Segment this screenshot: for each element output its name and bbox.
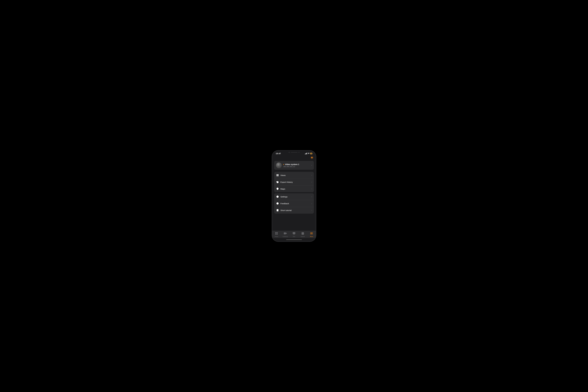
menu-item-export-history[interactable]: Export History ›	[274, 178, 314, 186]
tab-events-icon	[301, 232, 304, 236]
notch-dot	[298, 152, 300, 153]
signal-bars-icon	[305, 152, 307, 154]
svg-rect-9	[276, 174, 277, 175]
menu-item-views[interactable]: Views ›	[274, 172, 314, 178]
svg-rect-10	[278, 174, 278, 175]
views-chevron-icon: ›	[312, 174, 312, 176]
tab-more-icon	[310, 232, 313, 236]
tab-cameras-label: Cameras	[283, 236, 288, 237]
svg-rect-21	[276, 234, 278, 234]
views-label: Views	[280, 174, 312, 176]
menu-item-short-tutorial[interactable]: Short tutorial ›	[274, 207, 314, 214]
tab-views[interactable]: Views	[272, 232, 281, 237]
svg-rect-24	[293, 232, 295, 234]
app-content: ▶ Video system 1 192.168.100.112 ›	[272, 155, 316, 242]
menu-section-1: Views › Export History ›	[274, 172, 314, 192]
phone-notch	[286, 150, 302, 154]
system-card[interactable]: ▶ Video system 1 192.168.100.112 ›	[274, 161, 314, 170]
app-header	[272, 155, 316, 161]
battery-badge: 38	[310, 153, 312, 154]
svg-rect-19	[276, 232, 278, 233]
tab-views-icon	[275, 232, 278, 236]
export-history-chevron-icon: ›	[312, 181, 312, 183]
grid-icon	[276, 174, 279, 177]
signal-bar-4	[307, 152, 307, 154]
feedback-label: Feedback	[280, 202, 312, 204]
home-indicator	[272, 238, 316, 242]
avatar	[276, 162, 282, 168]
short-tutorial-label: Short tutorial	[280, 209, 312, 212]
tab-events-label: Events	[301, 236, 305, 237]
status-time: 15:47	[276, 152, 281, 154]
notch-camera	[288, 152, 290, 153]
system-name-row: ▶ Video system 1	[283, 163, 312, 166]
notch-speaker	[291, 152, 298, 153]
maps-chevron-icon: ›	[312, 188, 312, 190]
phone-body: 15:47 38	[272, 150, 316, 242]
svg-rect-20	[275, 234, 276, 234]
menu-item-settings[interactable]: Settings ›	[274, 193, 314, 200]
svg-rect-18	[275, 232, 276, 233]
system-name: Video system 1	[285, 163, 299, 166]
svg-marker-22	[286, 233, 286, 234]
svg-rect-23	[284, 232, 286, 234]
settings-chevron-icon: ›	[312, 196, 312, 198]
menu-item-maps[interactable]: Maps ›	[274, 186, 314, 192]
signal-bar-1	[305, 154, 305, 154]
home-bar	[286, 240, 302, 240]
avatar-image	[276, 162, 282, 168]
tab-eva-icon	[292, 232, 296, 236]
tab-views-label: Views	[275, 236, 278, 237]
tab-events[interactable]: Events	[298, 232, 307, 237]
gear-icon	[276, 195, 279, 198]
short-tutorial-chevron-icon: ›	[312, 209, 312, 211]
tab-eva-label: Eva	[293, 236, 295, 237]
signal-bar-3	[306, 153, 306, 154]
sun-icon[interactable]	[310, 156, 313, 160]
tab-eva[interactable]: Eva	[290, 232, 298, 237]
maps-label: Maps	[280, 188, 312, 190]
tab-more-label: More	[310, 236, 313, 237]
svg-point-13	[277, 188, 278, 189]
menu-item-feedback[interactable]: Feedback ›	[274, 200, 314, 207]
tab-bar: Views Cameras	[272, 231, 316, 238]
book-icon	[276, 209, 279, 212]
system-info: ▶ Video system 1 192.168.100.112	[283, 163, 312, 168]
play-icon: ▶	[283, 164, 284, 165]
menu-section-2: Settings › Feedback	[274, 193, 314, 214]
svg-point-0	[311, 157, 312, 158]
svg-rect-12	[278, 176, 278, 176]
phone-device: 15:47 38	[272, 150, 316, 242]
tab-cameras[interactable]: Cameras	[281, 232, 290, 237]
status-icons: 38	[305, 152, 312, 154]
phone-screen: 15:47 38	[272, 150, 316, 242]
tab-more[interactable]: More	[307, 232, 316, 237]
info-circle-icon	[276, 202, 279, 205]
history-icon	[276, 180, 279, 184]
settings-label: Settings	[280, 196, 312, 198]
system-ip: 192.168.100.112	[283, 166, 312, 168]
wifi-icon	[308, 152, 310, 154]
svg-rect-27	[302, 232, 304, 235]
feedback-chevron-icon: ›	[312, 202, 312, 204]
system-card-chevron-icon: ›	[312, 164, 312, 166]
tab-cameras-icon	[284, 232, 287, 236]
export-history-label: Export History	[280, 181, 312, 183]
svg-rect-11	[276, 176, 277, 176]
app-main: ▶ Video system 1 192.168.100.112 ›	[272, 161, 316, 231]
signal-bar-2	[306, 154, 306, 154]
pin-icon	[276, 187, 279, 190]
